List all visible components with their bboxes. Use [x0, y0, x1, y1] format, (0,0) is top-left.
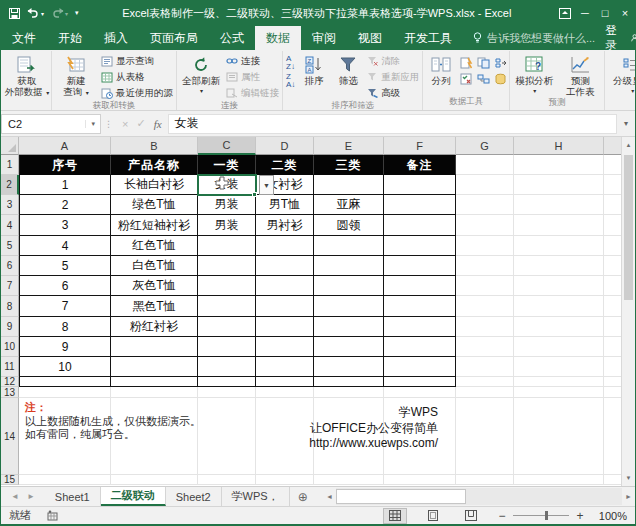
- cell-F4[interactable]: [384, 215, 456, 236]
- show-queries-button[interactable]: 显示查询: [99, 54, 175, 68]
- clear-filter-button[interactable]: 清除: [365, 54, 421, 68]
- cell-F3[interactable]: [384, 195, 456, 215]
- ribbon-display-options-button[interactable]: [555, 2, 575, 24]
- tab-review[interactable]: 审阅: [301, 26, 347, 50]
- tab-home[interactable]: 开始: [47, 26, 93, 50]
- cell-G13[interactable]: [456, 387, 514, 398]
- row-header-13[interactable]: 13: [1, 387, 19, 398]
- data-validation-icon[interactable]: [458, 71, 474, 86]
- connections-button[interactable]: 连接: [224, 54, 281, 68]
- row-header-2[interactable]: 2: [1, 175, 19, 195]
- cell-B7[interactable]: 灰色T恤: [111, 276, 198, 296]
- normal-view-button[interactable]: [383, 508, 407, 524]
- tab-formulas[interactable]: 公式: [209, 26, 255, 50]
- cell-B8[interactable]: 黑色T恤: [111, 296, 198, 317]
- save-icon[interactable]: [9, 8, 20, 19]
- cell-A15[interactable]: [19, 475, 111, 485]
- cell-A5[interactable]: 4: [19, 236, 111, 256]
- col-header-E[interactable]: E: [314, 137, 384, 155]
- add-sheet-button[interactable]: ⊕: [290, 487, 316, 506]
- cell-E5[interactable]: [314, 236, 384, 256]
- tab-data[interactable]: 数据: [255, 26, 301, 50]
- reapply-filter-button[interactable]: 重新应用: [365, 70, 421, 84]
- cell-H8[interactable]: [514, 296, 604, 317]
- cell-H12[interactable]: [514, 377, 604, 387]
- cell-D1[interactable]: 二类: [256, 155, 314, 175]
- cell-B6[interactable]: 白色T恤: [111, 256, 198, 276]
- cell-H9[interactable]: [514, 317, 604, 337]
- cell-H5[interactable]: [514, 236, 604, 256]
- cancel-entry-icon[interactable]: ×: [122, 118, 128, 130]
- cell-E6[interactable]: [314, 256, 384, 276]
- cell-E12[interactable]: [314, 377, 384, 387]
- cell-E11[interactable]: [314, 357, 384, 377]
- cell-F9[interactable]: [384, 317, 456, 337]
- minimize-button[interactable]: ─: [575, 2, 595, 24]
- cell-H7[interactable]: [514, 276, 604, 296]
- name-box-dropdown-icon[interactable]: ▾: [85, 120, 100, 128]
- cell-H15[interactable]: [514, 475, 604, 485]
- cell-B4[interactable]: 粉红短袖衬衫: [111, 215, 198, 236]
- cell-D8[interactable]: [256, 296, 314, 317]
- row-header-9[interactable]: 9: [1, 317, 19, 337]
- vertical-scrollbar[interactable]: ▲ ▼: [621, 137, 635, 486]
- sheet-tab-sheet2[interactable]: Sheet2: [166, 487, 222, 506]
- cell-D11[interactable]: [256, 357, 314, 377]
- cell-G8[interactable]: [456, 296, 514, 317]
- cell-E15[interactable]: [314, 475, 384, 485]
- row-header-11[interactable]: 11: [1, 357, 19, 377]
- cell-B11[interactable]: [111, 357, 198, 377]
- zoom-out-button[interactable]: −: [497, 509, 507, 523]
- cell-B3[interactable]: 绿色T恤: [111, 195, 198, 215]
- maximize-button[interactable]: □: [595, 2, 615, 24]
- row-header-4[interactable]: 4: [1, 215, 19, 236]
- tell-me-box[interactable]: 告诉我您想要做什么...: [463, 26, 605, 50]
- cell-D15[interactable]: [256, 475, 314, 485]
- page-break-view-button[interactable]: [459, 508, 483, 524]
- cell-E4[interactable]: 圆领: [314, 215, 384, 236]
- cell-G15[interactable]: [456, 475, 514, 485]
- cell-G10[interactable]: [456, 337, 514, 357]
- cell-F13[interactable]: [384, 387, 456, 398]
- flash-fill-icon[interactable]: [458, 55, 474, 70]
- cell-H2[interactable]: [514, 175, 604, 195]
- cell-C10[interactable]: [198, 337, 256, 357]
- cell-B12[interactable]: [111, 377, 198, 387]
- row-header-5[interactable]: 5: [1, 236, 19, 256]
- expand-formula-bar-icon[interactable]: ▾: [617, 119, 635, 128]
- cell-H4[interactable]: [514, 215, 604, 236]
- col-header-F[interactable]: F: [384, 137, 456, 155]
- name-box[interactable]: C2 ▾: [1, 114, 101, 134]
- cell-F7[interactable]: [384, 276, 456, 296]
- sheet-tab-erjiliandong[interactable]: 二级联动: [101, 487, 166, 506]
- col-header-H[interactable]: H: [514, 137, 604, 155]
- sign-in-button[interactable]: 登录: [605, 23, 617, 53]
- row-header-1[interactable]: 1: [1, 155, 19, 175]
- scroll-down-icon[interactable]: ▼: [622, 470, 635, 486]
- horizontal-scrollbar[interactable]: ◄ ►: [323, 488, 635, 505]
- cell-E2[interactable]: [314, 175, 384, 195]
- cell-A13[interactable]: [19, 387, 111, 398]
- page-layout-view-button[interactable]: [421, 508, 445, 524]
- redo-button[interactable]: ▾: [51, 8, 68, 18]
- cell-H11[interactable]: [514, 357, 604, 377]
- data-validation-dropdown-button[interactable]: ▼: [259, 175, 274, 195]
- cell-C8[interactable]: [198, 296, 256, 317]
- macro-record-icon[interactable]: [39, 510, 66, 521]
- cell-A3[interactable]: 2: [19, 195, 111, 215]
- prev-sheet-icon[interactable]: ◄: [11, 492, 19, 501]
- cell-C12[interactable]: [198, 377, 256, 387]
- cell-C3[interactable]: 男装: [198, 195, 256, 215]
- cell-F12[interactable]: [384, 377, 456, 387]
- cell-A2[interactable]: 1: [19, 175, 111, 195]
- cell-H14[interactable]: [514, 398, 604, 475]
- cell-D9[interactable]: [256, 317, 314, 337]
- col-header-C[interactable]: C: [198, 137, 256, 155]
- cell-A11[interactable]: 10: [19, 357, 111, 377]
- col-header-D[interactable]: D: [256, 137, 314, 155]
- cell-G2[interactable]: [456, 175, 514, 195]
- cell-G14[interactable]: [456, 398, 514, 475]
- cell-A1[interactable]: 序号: [19, 155, 111, 175]
- relationships-icon[interactable]: [475, 71, 491, 86]
- fill-handle[interactable]: [252, 192, 257, 197]
